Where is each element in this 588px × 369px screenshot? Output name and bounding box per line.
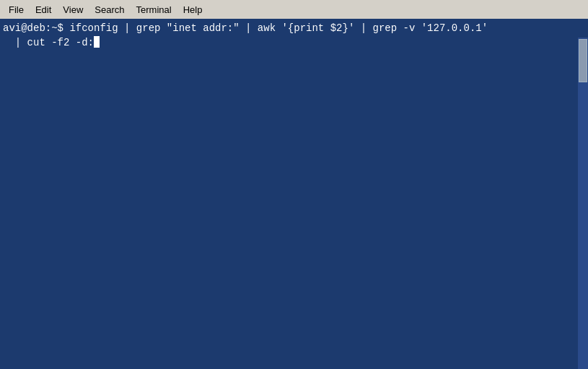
menu-view[interactable]: View [57,3,89,17]
menu-terminal[interactable]: Terminal [131,3,177,17]
terminal-line-1: avi@deb:~$ ifconfig | grep "inet addr:" … [3,22,585,36]
terminal-line-2: | cut -f2 -d: [3,36,585,51]
scrollbar[interactable] [578,38,588,369]
terminal-area[interactable]: avi@deb:~$ ifconfig | grep "inet addr:" … [0,19,588,53]
menu-file[interactable]: File [3,3,30,17]
terminal-command-2: | cut -f2 -d: [3,36,94,51]
menubar: File Edit View Search Terminal Help [0,0,588,19]
terminal-command-1: ifconfig | grep "inet addr:" | awk '{pri… [63,22,488,36]
menu-search[interactable]: Search [89,3,130,17]
menu-help[interactable]: Help [177,3,209,17]
terminal-wrapper: avi@deb:~$ ifconfig | grep "inet addr:" … [0,19,588,369]
terminal-prompt: avi@deb:~$ [3,22,63,36]
terminal-cursor [94,36,100,48]
menu-edit[interactable]: Edit [30,3,57,17]
scrollbar-thumb[interactable] [579,39,587,82]
